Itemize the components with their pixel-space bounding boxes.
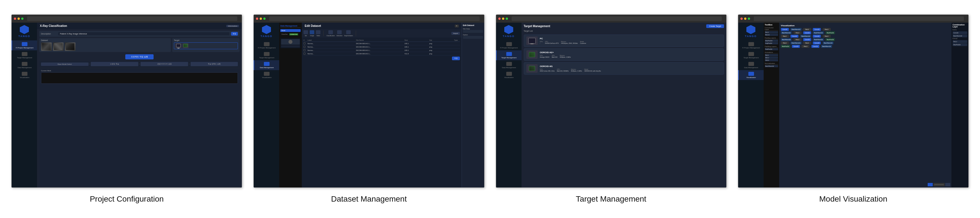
toolbox-item-gelu[interactable]: GELU <box>765 59 778 61</box>
nn-relu-5[interactable]: ReLU <box>823 35 830 38</box>
dataset-target-row: Dataset <box>39 38 240 52</box>
nav-icon-7 <box>264 62 269 66</box>
sidebar-item-data-4[interactable]: Data Management <box>738 60 764 70</box>
row-opt-2: png <box>430 46 453 48</box>
nn-bn-8[interactable]: BatchNorm2d <box>823 41 834 45</box>
viz-right-pool[interactable]: MaxPool2d <box>953 43 967 46</box>
toolbox-item-avgpool[interactable]: AvgPool2d <box>765 42 778 45</box>
toolbox-item-maxpool[interactable]: MaxPool2d <box>765 40 778 42</box>
browser-chrome-4 <box>738 15 969 22</box>
toolbox-item-relu1[interactable]: ReLU1 <box>765 33 778 36</box>
ds-build-tab[interactable]: Build <box>280 29 301 32</box>
ds-type-video: Video <box>316 30 320 37</box>
screenshot-visualization: TANGO FI Project Management Target Manag… <box>738 14 969 188</box>
sidebar-item-target-1[interactable]: Target Management <box>11 50 37 60</box>
sidebar-item-fi-project-1[interactable]: FI Project Management <box>11 40 37 50</box>
nn-bn-3[interactable]: BatchNorm2d <box>813 31 824 34</box>
toolbox-item-bn[interactable]: BatchNorm2d <box>765 65 778 67</box>
nn-bn-5[interactable]: BatchNorm2d <box>781 38 792 41</box>
toolbox-item-relu2[interactable]: ReLU <box>765 54 778 56</box>
nn-relu-3[interactable]: ReLU <box>794 31 802 34</box>
ds-import-btn[interactable]: Import <box>452 32 460 35</box>
nn-bn-2[interactable]: BatchNorm2d <box>781 31 792 34</box>
sidebar-item-target-3[interactable]: Target Management <box>496 50 522 60</box>
arrow-nn-13: › <box>792 39 793 41</box>
viz-right-relu[interactable]: ReLU <box>953 40 967 43</box>
nn-conv2d-2[interactable]: Conv2d <box>813 28 821 31</box>
ds-dataset-tab[interactable]: DataSet <box>280 33 289 36</box>
nn-conv2d-1[interactable]: Conv2d <box>781 28 789 31</box>
nn-relu-2[interactable]: ReLU <box>823 28 830 31</box>
nn-bn-7[interactable]: BatchNorm2d <box>791 41 802 45</box>
nn-conv2d-9[interactable]: Conv2d <box>811 45 819 48</box>
browser-dot-red-1 <box>14 18 16 20</box>
info-tab[interactable]: Information <box>226 25 239 27</box>
option-input[interactable] <box>463 36 483 39</box>
create-target-btn[interactable]: Create Target <box>706 24 724 28</box>
toolbox-item-relu[interactable]: ReLU <box>765 31 778 33</box>
nn-bn-9[interactable]: BatchNorm2d <box>821 45 832 48</box>
nn-relu-6[interactable]: ReLU <box>794 38 802 41</box>
sidebar-item-fi-3[interactable]: FI Project Management <box>496 40 522 50</box>
row-size-2: 165.1 <box>404 46 428 48</box>
nn-conv2d-6[interactable]: Conv2d <box>803 38 811 41</box>
ds-close-btn[interactable]: × <box>455 25 459 27</box>
arrow-nn-22: › <box>800 46 801 48</box>
nn-pool-3[interactable]: MaxPool2d <box>781 45 790 48</box>
desc-value: Patient X-Ray Image Inference <box>58 32 229 35</box>
sidebar-item-fi-4[interactable]: FI Project Management <box>738 40 764 50</box>
sidebar-item-data-1[interactable]: Data Management <box>11 60 37 70</box>
toolbox-panel: ToolBox Convolution Layer ReLU ReLU1 Poo… <box>764 22 779 187</box>
browser-dot-red-3 <box>498 18 501 20</box>
nn-relu-9[interactable]: ReLU <box>802 45 810 48</box>
viz-right-conv[interactable]: Conv2d <box>953 31 967 34</box>
nn-conv2d-8[interactable]: Conv2d <box>792 45 800 48</box>
odroid-m1-img <box>527 64 538 73</box>
browser-dot-red-2 <box>256 18 258 20</box>
toolbox-item-padpool[interactable]: PadPool2d <box>765 48 778 50</box>
site-data-input[interactable] <box>463 30 483 33</box>
row-label-3: Norma... <box>307 49 355 51</box>
nn-bn-4[interactable]: BatchNorm2d <box>800 35 811 38</box>
viz-zoom-in[interactable] <box>928 183 933 186</box>
toolbox-item-selu[interactable]: SELU <box>765 57 778 59</box>
desc-label: Description <box>41 33 57 35</box>
sidebar-item-fi-2[interactable]: FI Project Management <box>254 40 279 50</box>
nn-relu-1[interactable]: ReLU <box>803 28 811 31</box>
nn-conv2d-5[interactable]: Conv2d <box>813 35 821 38</box>
nn-conv2d-3[interactable]: Conv2d <box>803 31 811 34</box>
nn-pool-1[interactable]: MaxPool2d <box>826 31 835 34</box>
nn-row-2: BatchNorm2d › ReLU › Conv2d › BatchNorm2… <box>781 31 950 34</box>
sidebar-4: TANGO FI Project Management Target Manag… <box>738 22 764 187</box>
run-button[interactable]: 프로젝트 작업 실행 <box>125 54 154 59</box>
sidebar-2: TANGO FI Project Management Target Manag… <box>254 22 279 187</box>
sidebar-item-viz-2[interactable]: Visualization <box>254 70 279 80</box>
sidebar-item-viz-1[interactable]: Visualization <box>11 70 37 80</box>
col-check: # <box>304 39 306 41</box>
nn-bn-6[interactable]: BatchNorm2d <box>813 38 824 41</box>
sidebar-item-viz-4[interactable]: Visualization <box>738 70 764 80</box>
nn-conv2d-4[interactable]: Conv2d <box>791 35 799 38</box>
nav-label-15: Data Management <box>744 67 758 68</box>
nn-pool-2[interactable]: MaxPool2d <box>826 38 835 41</box>
sidebar-item-data-2[interactable]: Data Management <box>254 60 279 70</box>
sidebar-item-target-2[interactable]: Target Management <box>254 50 279 60</box>
nn-relu-7[interactable]: ReLU <box>781 41 789 45</box>
nn-relu-8[interactable]: ReLU <box>803 41 811 45</box>
sidebar-item-data-3[interactable]: Data Management <box>496 60 522 70</box>
viz-zoom-out[interactable] <box>945 183 950 186</box>
sidebar-item-viz-3[interactable]: Visualization <box>496 70 522 80</box>
viz-right-bn[interactable]: BatchNorm2d <box>953 35 967 37</box>
logo-area-1: TANGO <box>18 25 30 38</box>
col-file: File Name <box>356 39 403 41</box>
edit-button[interactable]: 편집 <box>231 32 238 36</box>
board-icon-m1 <box>529 66 535 71</box>
pc-device-img <box>527 37 538 45</box>
nn-bn-1[interactable]: BatchNorm2d <box>791 28 802 31</box>
nav-label-12: Visualization <box>504 76 514 78</box>
seg-icon <box>346 30 351 34</box>
ds-save-btn[interactable]: 저장 <box>452 57 460 60</box>
sidebar-item-target-4[interactable]: Target Management <box>738 50 764 60</box>
nn-conv2d-7[interactable]: Conv2d <box>813 41 821 45</box>
nn-relu-4[interactable]: ReLU <box>781 35 789 38</box>
